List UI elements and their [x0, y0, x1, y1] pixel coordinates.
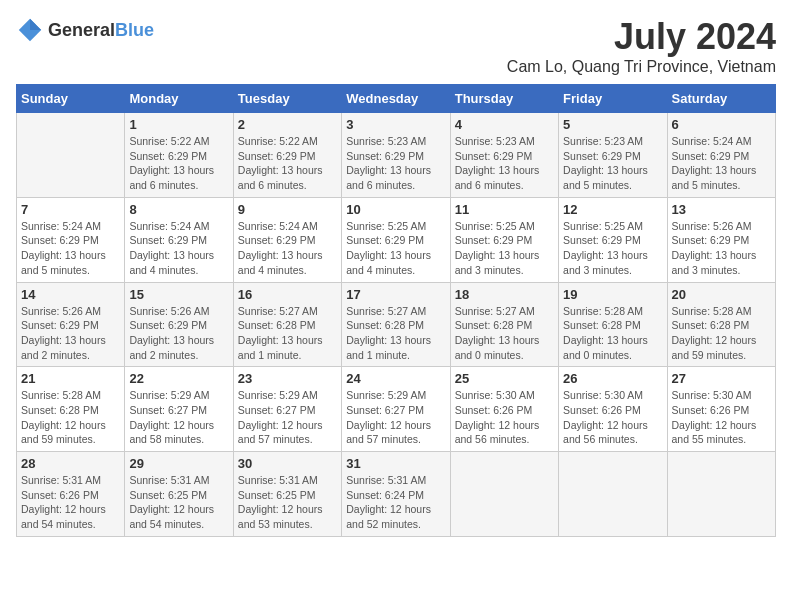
calendar-cell: 8Sunrise: 5:24 AM Sunset: 6:29 PM Daylig…: [125, 197, 233, 282]
calendar-cell: 3Sunrise: 5:23 AM Sunset: 6:29 PM Daylig…: [342, 113, 450, 198]
day-info: Sunrise: 5:29 AM Sunset: 6:27 PM Dayligh…: [238, 388, 337, 447]
month-year: July 2024: [507, 16, 776, 58]
day-number: 17: [346, 287, 445, 302]
day-number: 25: [455, 371, 554, 386]
title-area: July 2024 Cam Lo, Quang Tri Province, Vi…: [507, 16, 776, 76]
calendar-header-row: SundayMondayTuesdayWednesdayThursdayFrid…: [17, 85, 776, 113]
day-info: Sunrise: 5:30 AM Sunset: 6:26 PM Dayligh…: [672, 388, 771, 447]
calendar-week-row: 14Sunrise: 5:26 AM Sunset: 6:29 PM Dayli…: [17, 282, 776, 367]
day-number: 2: [238, 117, 337, 132]
calendar-cell: 15Sunrise: 5:26 AM Sunset: 6:29 PM Dayli…: [125, 282, 233, 367]
calendar-cell: 10Sunrise: 5:25 AM Sunset: 6:29 PM Dayli…: [342, 197, 450, 282]
day-info: Sunrise: 5:26 AM Sunset: 6:29 PM Dayligh…: [21, 304, 120, 363]
day-info: Sunrise: 5:31 AM Sunset: 6:26 PM Dayligh…: [21, 473, 120, 532]
day-number: 8: [129, 202, 228, 217]
day-number: 12: [563, 202, 662, 217]
day-number: 11: [455, 202, 554, 217]
day-info: Sunrise: 5:24 AM Sunset: 6:29 PM Dayligh…: [672, 134, 771, 193]
day-info: Sunrise: 5:22 AM Sunset: 6:29 PM Dayligh…: [238, 134, 337, 193]
calendar-cell: [667, 452, 775, 537]
calendar-header-wednesday: Wednesday: [342, 85, 450, 113]
day-number: 10: [346, 202, 445, 217]
day-info: Sunrise: 5:28 AM Sunset: 6:28 PM Dayligh…: [21, 388, 120, 447]
day-number: 23: [238, 371, 337, 386]
location: Cam Lo, Quang Tri Province, Vietnam: [507, 58, 776, 76]
calendar-cell: 13Sunrise: 5:26 AM Sunset: 6:29 PM Dayli…: [667, 197, 775, 282]
calendar-cell: 31Sunrise: 5:31 AM Sunset: 6:24 PM Dayli…: [342, 452, 450, 537]
calendar-week-row: 1Sunrise: 5:22 AM Sunset: 6:29 PM Daylig…: [17, 113, 776, 198]
calendar-cell: 20Sunrise: 5:28 AM Sunset: 6:28 PM Dayli…: [667, 282, 775, 367]
day-number: 21: [21, 371, 120, 386]
calendar-table: SundayMondayTuesdayWednesdayThursdayFrid…: [16, 84, 776, 537]
day-number: 9: [238, 202, 337, 217]
day-info: Sunrise: 5:30 AM Sunset: 6:26 PM Dayligh…: [563, 388, 662, 447]
calendar-cell: 23Sunrise: 5:29 AM Sunset: 6:27 PM Dayli…: [233, 367, 341, 452]
day-number: 14: [21, 287, 120, 302]
day-number: 5: [563, 117, 662, 132]
day-info: Sunrise: 5:22 AM Sunset: 6:29 PM Dayligh…: [129, 134, 228, 193]
day-number: 19: [563, 287, 662, 302]
day-number: 28: [21, 456, 120, 471]
calendar-week-row: 7Sunrise: 5:24 AM Sunset: 6:29 PM Daylig…: [17, 197, 776, 282]
day-info: Sunrise: 5:28 AM Sunset: 6:28 PM Dayligh…: [563, 304, 662, 363]
calendar-cell: 11Sunrise: 5:25 AM Sunset: 6:29 PM Dayli…: [450, 197, 558, 282]
calendar-cell: 1Sunrise: 5:22 AM Sunset: 6:29 PM Daylig…: [125, 113, 233, 198]
day-info: Sunrise: 5:31 AM Sunset: 6:25 PM Dayligh…: [238, 473, 337, 532]
day-info: Sunrise: 5:28 AM Sunset: 6:28 PM Dayligh…: [672, 304, 771, 363]
day-info: Sunrise: 5:29 AM Sunset: 6:27 PM Dayligh…: [129, 388, 228, 447]
day-number: 31: [346, 456, 445, 471]
calendar-cell: [450, 452, 558, 537]
calendar-cell: 17Sunrise: 5:27 AM Sunset: 6:28 PM Dayli…: [342, 282, 450, 367]
calendar-header-saturday: Saturday: [667, 85, 775, 113]
day-info: Sunrise: 5:25 AM Sunset: 6:29 PM Dayligh…: [563, 219, 662, 278]
day-number: 3: [346, 117, 445, 132]
calendar-cell: 7Sunrise: 5:24 AM Sunset: 6:29 PM Daylig…: [17, 197, 125, 282]
day-info: Sunrise: 5:27 AM Sunset: 6:28 PM Dayligh…: [455, 304, 554, 363]
calendar-cell: [17, 113, 125, 198]
day-number: 26: [563, 371, 662, 386]
day-number: 6: [672, 117, 771, 132]
day-info: Sunrise: 5:31 AM Sunset: 6:25 PM Dayligh…: [129, 473, 228, 532]
calendar-header-tuesday: Tuesday: [233, 85, 341, 113]
svg-marker-1: [30, 19, 41, 30]
calendar-week-row: 28Sunrise: 5:31 AM Sunset: 6:26 PM Dayli…: [17, 452, 776, 537]
day-info: Sunrise: 5:24 AM Sunset: 6:29 PM Dayligh…: [238, 219, 337, 278]
calendar-cell: 16Sunrise: 5:27 AM Sunset: 6:28 PM Dayli…: [233, 282, 341, 367]
day-info: Sunrise: 5:24 AM Sunset: 6:29 PM Dayligh…: [21, 219, 120, 278]
day-info: Sunrise: 5:30 AM Sunset: 6:26 PM Dayligh…: [455, 388, 554, 447]
calendar-cell: 26Sunrise: 5:30 AM Sunset: 6:26 PM Dayli…: [559, 367, 667, 452]
calendar-header-friday: Friday: [559, 85, 667, 113]
day-number: 15: [129, 287, 228, 302]
calendar-cell: 19Sunrise: 5:28 AM Sunset: 6:28 PM Dayli…: [559, 282, 667, 367]
calendar-header-monday: Monday: [125, 85, 233, 113]
day-info: Sunrise: 5:25 AM Sunset: 6:29 PM Dayligh…: [455, 219, 554, 278]
logo-icon: [16, 16, 44, 44]
day-number: 22: [129, 371, 228, 386]
day-info: Sunrise: 5:27 AM Sunset: 6:28 PM Dayligh…: [238, 304, 337, 363]
calendar-header-sunday: Sunday: [17, 85, 125, 113]
day-info: Sunrise: 5:23 AM Sunset: 6:29 PM Dayligh…: [346, 134, 445, 193]
calendar-cell: 25Sunrise: 5:30 AM Sunset: 6:26 PM Dayli…: [450, 367, 558, 452]
day-number: 30: [238, 456, 337, 471]
calendar-cell: 2Sunrise: 5:22 AM Sunset: 6:29 PM Daylig…: [233, 113, 341, 198]
day-info: Sunrise: 5:23 AM Sunset: 6:29 PM Dayligh…: [455, 134, 554, 193]
day-number: 20: [672, 287, 771, 302]
calendar-cell: 21Sunrise: 5:28 AM Sunset: 6:28 PM Dayli…: [17, 367, 125, 452]
logo-text-blue: Blue: [115, 20, 154, 40]
logo-text-general: General: [48, 20, 115, 40]
calendar-cell: 4Sunrise: 5:23 AM Sunset: 6:29 PM Daylig…: [450, 113, 558, 198]
calendar-cell: 12Sunrise: 5:25 AM Sunset: 6:29 PM Dayli…: [559, 197, 667, 282]
header: GeneralBlue July 2024 Cam Lo, Quang Tri …: [16, 16, 776, 76]
calendar-cell: 27Sunrise: 5:30 AM Sunset: 6:26 PM Dayli…: [667, 367, 775, 452]
calendar-cell: 18Sunrise: 5:27 AM Sunset: 6:28 PM Dayli…: [450, 282, 558, 367]
day-number: 4: [455, 117, 554, 132]
day-info: Sunrise: 5:25 AM Sunset: 6:29 PM Dayligh…: [346, 219, 445, 278]
day-info: Sunrise: 5:26 AM Sunset: 6:29 PM Dayligh…: [672, 219, 771, 278]
day-info: Sunrise: 5:29 AM Sunset: 6:27 PM Dayligh…: [346, 388, 445, 447]
calendar-cell: [559, 452, 667, 537]
day-number: 16: [238, 287, 337, 302]
day-info: Sunrise: 5:23 AM Sunset: 6:29 PM Dayligh…: [563, 134, 662, 193]
logo: GeneralBlue: [16, 16, 154, 44]
calendar-cell: 28Sunrise: 5:31 AM Sunset: 6:26 PM Dayli…: [17, 452, 125, 537]
day-number: 27: [672, 371, 771, 386]
